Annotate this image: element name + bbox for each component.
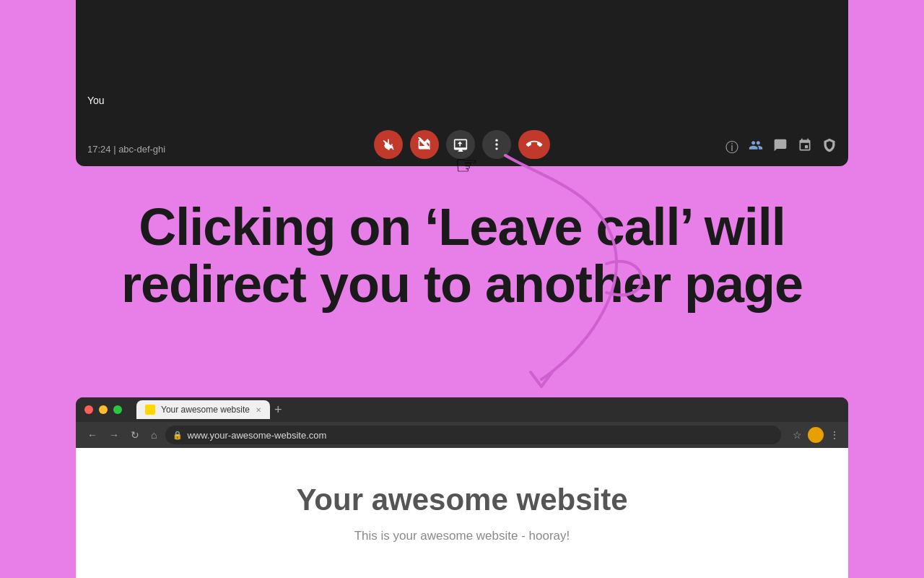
browser-mockup: Your awesome website ✕ + ← → ↻ ⌂ 🔒 www.y… — [76, 397, 848, 578]
browser-toolbar: ← → ↻ ⌂ 🔒 www.your-awesome-website.com ☆… — [76, 422, 848, 448]
more-options-button[interactable] — [482, 130, 511, 159]
website-subtitle: This is your awesome website - hooray! — [354, 529, 570, 543]
more-options-icon — [489, 137, 504, 152]
toggle-camera-button[interactable] — [410, 130, 439, 159]
activities-icon[interactable] — [798, 138, 812, 156]
svg-point-2 — [495, 147, 497, 150]
microphone-slash-icon — [381, 137, 396, 152]
new-tab-button[interactable]: + — [274, 402, 282, 418]
browser-tab[interactable]: Your awesome website ✕ — [136, 400, 270, 419]
browser-content: Your awesome website This is your awesom… — [76, 448, 848, 578]
forward-button[interactable]: → — [106, 428, 122, 442]
svg-point-1 — [495, 143, 497, 145]
you-label: You — [87, 95, 105, 106]
call-info: 17:24 | abc-def-ghi — [87, 144, 165, 155]
safety-icon[interactable] — [822, 138, 837, 156]
home-button[interactable]: ⌂ — [148, 428, 160, 442]
main-text-container: Clicking on ‘Leave call’ will redirect y… — [0, 199, 924, 313]
main-heading: Clicking on ‘Leave call’ will redirect y… — [43, 199, 881, 313]
lock-icon: 🔒 — [173, 431, 183, 440]
profile-circle[interactable] — [808, 427, 824, 443]
tab-area: Your awesome website ✕ + — [136, 400, 840, 419]
browser-titlebar: Your awesome website ✕ + — [76, 397, 848, 422]
back-button[interactable]: ← — [84, 428, 100, 442]
call-controls — [374, 130, 550, 159]
present-screen-button[interactable] — [446, 130, 475, 159]
info-icon[interactable]: ⓘ — [725, 139, 738, 156]
leave-call-button[interactable] — [518, 130, 550, 159]
right-side-icons: ⓘ — [725, 138, 837, 156]
browser-actions: ☆ ⋮ — [793, 427, 840, 443]
people-icon[interactable] — [749, 138, 763, 156]
camera-off-icon — [417, 137, 432, 152]
chat-icon[interactable] — [773, 138, 788, 156]
svg-point-0 — [495, 139, 497, 142]
traffic-light-green[interactable] — [113, 405, 122, 414]
bookmark-button[interactable]: ☆ — [793, 429, 802, 441]
website-title: Your awesome website — [296, 483, 627, 517]
present-screen-icon — [453, 137, 468, 152]
leave-call-icon — [523, 133, 545, 155]
tab-close-button[interactable]: ✕ — [256, 406, 261, 414]
tab-label: Your awesome website — [161, 405, 250, 415]
mute-microphone-button[interactable] — [374, 130, 403, 159]
tab-favicon — [145, 405, 155, 415]
browser-menu-button[interactable]: ⋮ — [829, 429, 840, 441]
address-text: www.your-awesome-website.com — [187, 430, 326, 441]
video-call-bar: You 17:24 | abc-def-ghi — [76, 0, 848, 166]
reload-button[interactable]: ↻ — [128, 428, 142, 442]
traffic-light-red[interactable] — [84, 405, 93, 414]
address-bar[interactable]: 🔒 www.your-awesome-website.com — [165, 426, 781, 444]
traffic-light-yellow[interactable] — [99, 405, 108, 414]
